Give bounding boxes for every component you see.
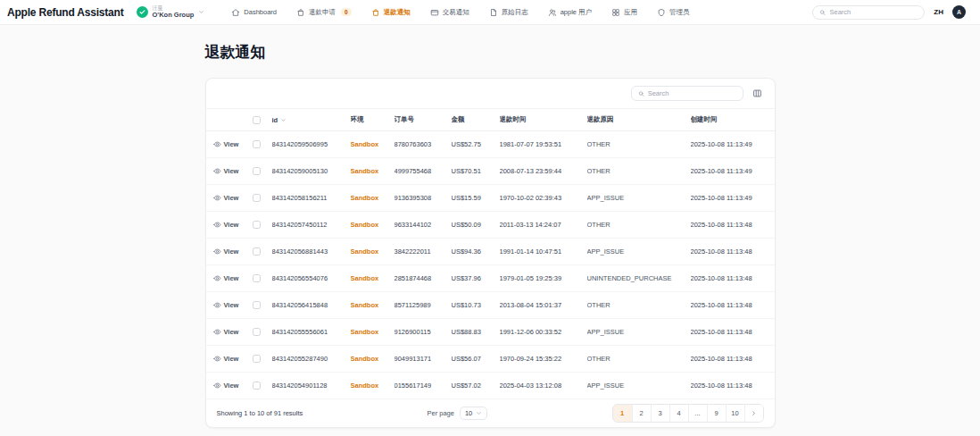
eye-icon <box>213 328 221 336</box>
search-icon <box>819 9 826 16</box>
cell-refund-time: 2008-07-13 23:59:44 <box>500 167 587 175</box>
row-checkbox[interactable] <box>253 194 261 202</box>
cell-order-number: 9126900115 <box>394 328 452 336</box>
row-checkbox[interactable] <box>253 355 261 363</box>
search-icon <box>638 90 644 97</box>
nav-item-refund-request[interactable]: 退款申请 0 <box>296 8 352 17</box>
nav-item-transaction-notification[interactable]: 交易通知 <box>430 8 469 17</box>
nav-label: 原始日志 <box>502 8 528 17</box>
table-header: id 环境 订单号 金额 退款时间 退款原因 创建时间 <box>206 108 775 131</box>
table-body: View 843142059506995 Sandbox 8780763603 … <box>206 131 775 399</box>
cell-refund-time: 1970-10-02 02:39:43 <box>500 194 587 202</box>
environment-link[interactable]: Sandbox <box>351 382 379 390</box>
row-checkbox[interactable] <box>253 382 261 390</box>
page-button[interactable]: ... <box>688 405 707 422</box>
view-label: View <box>224 301 239 309</box>
environment-link[interactable]: Sandbox <box>351 355 379 363</box>
cell-order-number: 9633144102 <box>394 221 452 229</box>
environment-link[interactable]: Sandbox <box>351 247 379 256</box>
global-search-input[interactable] <box>830 8 918 16</box>
per-page-select[interactable]: 10 <box>460 407 487 420</box>
environment-link[interactable]: Sandbox <box>351 167 379 175</box>
topbar: Apple Refund Assistant 汪曼 O'Kon Group Da… <box>0 0 980 25</box>
cell-refund-time: 1991-01-14 10:47:51 <box>500 247 587 256</box>
view-button[interactable]: View <box>213 301 239 309</box>
row-checkbox[interactable] <box>253 221 261 229</box>
cell-id: 843142056554076 <box>272 274 351 282</box>
row-checkbox[interactable] <box>253 167 261 175</box>
check-icon <box>137 6 148 18</box>
pagination: 1 2 3 4 ... 9 10 <box>612 404 764 423</box>
chevron-right-icon <box>751 410 757 416</box>
column-toggle-button[interactable] <box>751 87 764 100</box>
row-checkbox[interactable] <box>253 274 261 282</box>
cell-reason: APP_ISSUE <box>587 247 691 256</box>
view-button[interactable]: View <box>213 140 239 148</box>
global-search[interactable] <box>812 5 925 20</box>
page-title: 退款通知 <box>205 42 776 63</box>
environment-link[interactable]: Sandbox <box>351 140 379 148</box>
nav-item-apps[interactable]: 应用 <box>611 8 637 17</box>
view-button[interactable]: View <box>213 221 239 229</box>
page-button[interactable]: 4 <box>669 405 688 422</box>
view-button[interactable]: View <box>213 355 239 363</box>
table-row: View 843142054901128 Sandbox 0155617149 … <box>206 373 775 399</box>
view-label: View <box>224 194 239 202</box>
select-all-checkbox[interactable] <box>253 116 261 124</box>
view-label: View <box>224 274 239 282</box>
cell-amount: US$57.02 <box>452 382 500 390</box>
view-button[interactable]: View <box>213 274 239 282</box>
nav-item-refund-notification[interactable]: 退款通知 <box>371 8 411 17</box>
environment-link[interactable]: Sandbox <box>351 274 379 282</box>
cell-reason: OTHER <box>587 301 691 309</box>
chevron-down-icon <box>198 9 204 15</box>
nav-item-raw-logs[interactable]: 原始日志 <box>489 8 528 17</box>
table-row: View 843142056554076 Sandbox 2851874468 … <box>206 265 775 292</box>
row-checkbox[interactable] <box>253 140 261 148</box>
environment-link[interactable]: Sandbox <box>351 194 379 202</box>
environment-link[interactable]: Sandbox <box>351 328 379 336</box>
view-label: View <box>224 167 239 175</box>
cell-refund-time: 1991-12-06 00:33:52 <box>500 328 587 336</box>
page-button[interactable]: 10 <box>726 405 744 422</box>
view-button[interactable]: View <box>213 167 239 175</box>
table-row: View 843142055287490 Sandbox 9049913171 … <box>206 346 775 373</box>
nav-item-apple-users[interactable]: apple 用户 <box>548 8 592 17</box>
table-search[interactable] <box>631 86 743 101</box>
cell-amount: US$10.73 <box>452 301 500 309</box>
cell-amount: US$88.83 <box>452 328 500 336</box>
page-button[interactable]: 9 <box>707 405 726 422</box>
language-toggle[interactable]: ZH <box>934 8 943 16</box>
view-button[interactable]: View <box>213 194 239 202</box>
eye-icon <box>213 221 221 229</box>
column-header-amount: 金额 <box>452 115 500 124</box>
nav-item-admins[interactable]: 管理员 <box>657 8 690 17</box>
cell-reason: APP_ISSUE <box>587 194 691 202</box>
view-label: View <box>224 140 239 148</box>
nav-item-dashboard[interactable]: Dashboard <box>231 8 277 17</box>
cell-created-time: 2025-10-08 11:13:49 <box>691 140 775 148</box>
table-row: View 843142056415848 Sandbox 8571125989 … <box>206 292 775 319</box>
user-avatar[interactable]: A <box>952 5 966 19</box>
view-button[interactable]: View <box>213 247 239 256</box>
row-checkbox[interactable] <box>253 301 261 309</box>
view-label: View <box>224 355 239 363</box>
page-button[interactable]: 3 <box>651 405 669 422</box>
nav-label: 管理员 <box>669 8 690 17</box>
nav-label: Dashboard <box>244 8 277 16</box>
row-checkbox[interactable] <box>253 247 261 256</box>
row-checkbox[interactable] <box>253 328 261 336</box>
tenant-switcher[interactable]: 汪曼 O'Kon Group <box>137 5 205 20</box>
next-page-button[interactable] <box>744 405 763 422</box>
view-button[interactable]: View <box>213 382 239 390</box>
environment-link[interactable]: Sandbox <box>351 301 379 309</box>
table-row: View 843142055556061 Sandbox 9126900115 … <box>206 319 775 346</box>
view-button[interactable]: View <box>213 328 239 336</box>
environment-link[interactable]: Sandbox <box>351 221 379 229</box>
per-page-control: Per page 10 <box>427 407 487 420</box>
page-button[interactable]: 2 <box>632 405 651 422</box>
table-search-input[interactable] <box>648 89 736 97</box>
column-header-id[interactable]: id <box>272 116 351 124</box>
table-row: View 843142058156211 Sandbox 9136395308 … <box>206 185 775 212</box>
page-button[interactable]: 1 <box>613 405 632 422</box>
